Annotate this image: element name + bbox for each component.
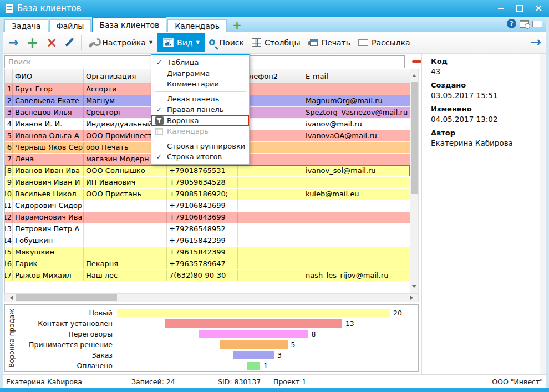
table-cell[interactable]: +79018765531 (167, 165, 238, 176)
menu-item-строка-группировки[interactable]: Строка группировки (151, 141, 249, 152)
table-cell[interactable]: Савельева Екате (13, 95, 84, 106)
table-cell[interactable]: 16 (5, 258, 13, 269)
table-cell[interactable] (303, 212, 409, 223)
table-cell[interactable]: kuleb@mail.eu (303, 189, 409, 200)
table-row[interactable]: 17Рыжов МихаилНаш лес7(632)80-90-30nash_… (5, 270, 410, 282)
table-row[interactable]: 16ГарикПекарня+79635789647 (5, 258, 410, 270)
vertical-scroll-thumb[interactable] (411, 82, 418, 194)
menu-item-таблица[interactable]: ✓Таблица (151, 57, 249, 68)
columns-button[interactable]: Столбцы (248, 36, 304, 49)
table-cell[interactable] (303, 200, 409, 211)
table-cell[interactable] (238, 212, 303, 223)
table-cell[interactable] (303, 258, 409, 269)
horizontal-scroll-thumb[interactable] (16, 294, 117, 301)
table-row[interactable]: 15Мякушкин+79615842399 (5, 247, 410, 258)
menu-item-левая-панель[interactable]: Левая панель (151, 94, 249, 105)
table-cell[interactable]: ИП Иванович (84, 177, 167, 188)
vertical-scrollbar[interactable] (410, 69, 419, 293)
table-row[interactable]: 9Иванович Иван ИИП Иванович+79059634528 (5, 177, 410, 189)
table-cell[interactable]: Иванович Иван И (13, 177, 84, 188)
add-record-button[interactable]: + (22, 35, 42, 50)
table-row[interactable]: 10Васильев НиколООО Пристань+79085186920… (5, 189, 410, 200)
scroll-down-icon[interactable] (412, 285, 416, 290)
table-cell[interactable]: 9 (5, 177, 13, 188)
menu-item-комментарии[interactable]: Комментарии (151, 79, 249, 90)
table-cell[interactable]: 5 (5, 130, 13, 141)
horizontal-scrollbar[interactable] (4, 293, 419, 302)
table-cell[interactable]: Черныш Яков Сер (13, 142, 84, 153)
table-cell[interactable] (84, 212, 167, 223)
table-cell[interactable]: Васильев Никол (13, 189, 84, 200)
table-cell[interactable]: nash_les_rijov@mail.ru (303, 270, 409, 281)
tab-2[interactable]: Файлы (49, 19, 92, 32)
column-header-num[interactable] (5, 69, 13, 83)
table-cell[interactable]: Speztorg_Vasnezov@mail.ru (303, 107, 409, 118)
table-cell[interactable] (303, 247, 409, 258)
table-cell[interactable] (84, 200, 167, 211)
table-cell[interactable] (303, 142, 409, 153)
menu-item-правая-панель[interactable]: ✓Правая панель (151, 104, 249, 115)
table-cell[interactable]: +79106843699 (167, 200, 238, 211)
print-button[interactable]: Печать (304, 36, 354, 49)
maximize-button[interactable] (515, 3, 525, 13)
menu-item-воронка[interactable]: Воронка (151, 115, 249, 126)
table-cell[interactable] (238, 200, 303, 211)
scroll-right-icon[interactable] (410, 296, 415, 300)
table-row[interactable]: 14Гобушкин+79615842399 (5, 235, 410, 247)
table-cell[interactable]: 10 (5, 189, 13, 200)
table-cell[interactable]: 2 (5, 95, 13, 106)
table-cell[interactable] (238, 258, 303, 269)
table-row[interactable]: 11Сидорович Сидор+79106843699 (5, 200, 410, 212)
collapse-panel-button[interactable] (412, 59, 422, 64)
funnel-bar[interactable] (220, 340, 288, 349)
table-cell[interactable]: Лена (13, 154, 84, 165)
table-cell[interactable] (303, 223, 409, 235)
table-cell[interactable]: 4 (5, 119, 13, 130)
tab-3[interactable]: База клиентов (92, 17, 166, 32)
view-button[interactable]: Вид ▼ (157, 33, 205, 52)
table-cell[interactable]: +79106843699 (167, 212, 238, 223)
table-cell[interactable]: 12 (5, 212, 13, 223)
table-row[interactable]: 13Петрович Петр А+79286548952 (5, 223, 410, 235)
table-cell[interactable]: Мякушкин (13, 247, 84, 258)
table-cell[interactable]: Иванова Ольга А (13, 130, 84, 141)
funnel-bar[interactable] (165, 319, 342, 328)
table-cell[interactable] (84, 235, 167, 246)
table-cell[interactable]: Пекарня (84, 258, 167, 269)
funnel-bar[interactable] (247, 362, 261, 370)
table-cell[interactable] (238, 165, 303, 176)
table-row[interactable]: 8Иванов Иван ИваООО Солнышко+79018765531… (5, 165, 410, 177)
table-cell[interactable] (238, 270, 303, 281)
tab-1[interactable]: Задача (4, 19, 48, 32)
table-cell[interactable]: +79615842399 (167, 247, 238, 258)
table-cell[interactable]: Гарик (13, 258, 84, 269)
scroll-left-icon[interactable] (8, 296, 13, 300)
table-cell[interactable]: +79059634528 (167, 177, 238, 188)
table-cell[interactable]: 14 (5, 235, 13, 246)
table-cell[interactable]: IvanovaOA@mail.ru (303, 130, 409, 141)
settings-button[interactable]: Настройка ▼ (85, 35, 156, 50)
table-cell[interactable]: Наш лес (84, 270, 167, 281)
minimize-button[interactable] (496, 3, 506, 13)
column-header-email[interactable]: E-mail (303, 69, 409, 83)
table-cell[interactable] (238, 235, 303, 246)
table-cell[interactable]: Брут Егор (13, 84, 84, 95)
mailing-button[interactable]: Рассылка (354, 36, 414, 49)
table-cell[interactable] (303, 177, 409, 188)
table-cell[interactable]: +79635789647 (167, 258, 238, 269)
mail-icon[interactable] (532, 21, 542, 27)
close-button[interactable]: ✕ (533, 3, 543, 13)
go-forward-button[interactable]: → (530, 34, 541, 50)
calendar-clock-icon[interactable] (520, 20, 529, 28)
table-cell[interactable]: ivanov@mail.ru (303, 119, 409, 130)
table-cell[interactable] (238, 223, 303, 235)
table-cell[interactable]: 3 (5, 107, 13, 118)
funnel-bar[interactable] (199, 330, 308, 338)
table-cell[interactable] (303, 154, 409, 165)
column-header-fio[interactable]: ФИО (13, 69, 84, 83)
table-cell[interactable] (84, 247, 167, 258)
table-cell[interactable]: Парамонович Ива (13, 212, 84, 223)
table-cell[interactable]: +79615842399 (167, 235, 238, 246)
details-scrollbar[interactable] (540, 54, 546, 374)
funnel-bar[interactable] (117, 309, 390, 317)
